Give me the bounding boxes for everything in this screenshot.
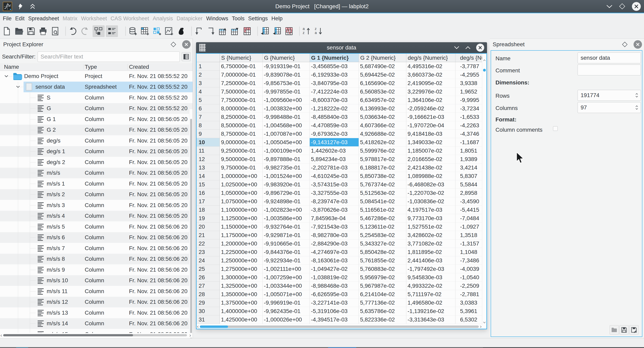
sheet-cell-r20c1[interactable]: 1,150000e+00 — [220, 223, 263, 231]
remove-rows-icon[interactable] — [243, 27, 252, 35]
sheet-cell-r12c3[interactable]: 5,894234e-03 — [310, 155, 359, 163]
sheet-cell-r25c3[interactable]: -1,049427e-02 — [310, 265, 359, 273]
sheet-cell-r3c5[interactable]: 2,419095e-02 — [406, 79, 456, 87]
sheet-cell-r27c2[interactable]: -1,003344e+00 — [263, 282, 310, 290]
sheet-cell-r5c3[interactable]: -8,600370e-03 — [310, 96, 359, 104]
tree-row-sensor-data[interactable]: sensor dataSpreadsheetFr. Nov. 21 08:55:… — [0, 82, 192, 92]
sheet-cell-r20c5[interactable]: 1,527551e-02 — [406, 223, 456, 231]
sheet-cell-r29c2[interactable]: -9,996919e-01 — [263, 299, 310, 307]
sheet-cell-r21c2[interactable]: -9,929871e-01 — [263, 231, 310, 239]
sheet-cell-r4c3[interactable]: -7,412224e-03 — [310, 87, 359, 96]
minimize-button[interactable] — [606, 4, 613, 8]
tree-row-m-s-s-3[interactable]: m/s/s 3ColumnFr. Nov. 21 08:56:05 2025 — [0, 200, 192, 211]
sheet-cell-r20c4[interactable]: 5,123611e-02 — [359, 223, 406, 231]
sheet-cell-r21c3[interactable]: -8,982780e-03 — [310, 231, 359, 239]
explorer-hscroll-thumb[interactable] — [3, 334, 133, 336]
menu-cas-worksheet[interactable]: CAS Worksheet — [109, 15, 151, 22]
tree-row-deg-s-1[interactable]: deg/s 1ColumnFr. Nov. 21 08:56:05 2025 — [0, 146, 192, 157]
sheet-cell-r6c5[interactable]: -2,059246e-02 — [406, 104, 456, 113]
sheet-column-header-0[interactable]: S {Numeric} — [220, 54, 263, 62]
sheet-cell-r31c1[interactable]: 1,425000e+00 — [220, 316, 263, 324]
sheet-cell-r9c6[interactable]: -4,3746 — [456, 130, 486, 138]
sheet-cell-r9c4[interactable]: 4,926688e-02 — [359, 130, 406, 138]
sheet-cell-r26c6[interactable]: -1,0540 — [456, 273, 486, 282]
sheet-cell-r28c1[interactable]: 1,350000e+00 — [220, 290, 263, 299]
sheet-row-header-14[interactable]: 14 — [196, 172, 220, 180]
new-document-icon[interactable] — [2, 27, 11, 35]
comment-field[interactable] — [578, 64, 641, 75]
sheet-cell-r1c1[interactable]: 6,750000e-01 — [220, 62, 263, 70]
sheet-cell-r20c6[interactable]: -1,0927 — [456, 223, 486, 231]
sheet-cell-r1c5[interactable]: 4,495316e-02 — [406, 62, 456, 70]
sheet-cell-r26c2[interactable]: -1,007259e+00 — [263, 273, 310, 282]
sheet-cell-r11c5[interactable]: 1,185007e-02 — [406, 147, 456, 155]
sheet-cell-r26c1[interactable]: 1,300000e+00 — [220, 273, 263, 282]
window-close-icon[interactable] — [476, 44, 484, 52]
sheet-cell-r8c6[interactable]: -4,2263 — [456, 121, 486, 130]
sheet-cell-r8c5[interactable]: -1,970720e-04 — [406, 121, 456, 130]
sheet-cell-r26c3[interactable]: -1,038819e-02 — [310, 273, 359, 282]
color-theme-icon[interactable] — [177, 27, 186, 35]
save-icon[interactable] — [26, 27, 36, 35]
explorer-vscroll-thumb[interactable] — [190, 119, 192, 348]
sheet-cell-r19c6[interactable]: -7,0484 — [456, 214, 486, 223]
sheet-row-header-21[interactable]: 21 — [196, 231, 220, 239]
tree-row-m-s-s-8[interactable]: m/s/s 8ColumnFr. Nov. 21 08:56:06 2025 — [0, 254, 192, 265]
sheet-column-header-5[interactable]: deg/s {Numeric} — [456, 54, 486, 62]
sheet-cell-r24c4[interactable]: 5,761855e-02 — [359, 256, 406, 265]
sheet-cell-r9c2[interactable]: -1,007087e+00 — [263, 130, 310, 138]
sheet-cell-r21c6[interactable]: 1,3518 — [456, 231, 486, 239]
sheet-cell-r23c6[interactable]: 1,1048 — [456, 248, 486, 256]
tree-row-m-s-s[interactable]: m/s/sColumnFr. Nov. 21 08:56:05 2025 — [0, 168, 192, 179]
tree-row-m-s-s-15[interactable]: m/s/s 15ColumnFr. Nov. 21 08:56:06 2025 — [0, 329, 192, 333]
tree-row-g-2[interactable]: G 2ColumnFr. Nov. 21 08:56:05 2025 — [0, 125, 192, 135]
new-live-datasource-icon[interactable] — [128, 27, 137, 35]
sheet-cell-r28c6[interactable]: -2,7881 — [456, 290, 486, 299]
tree-header-name[interactable]: Name — [0, 64, 84, 70]
sheet-cell-r14c1[interactable]: 1,000000e+00 — [220, 172, 263, 180]
undo-icon[interactable] — [68, 27, 77, 35]
sheet-cell-r25c4[interactable]: 5,760883e-02 — [359, 265, 406, 273]
spreadsheet-window-titlebar[interactable]: sensor data — [196, 42, 487, 53]
sheet-cell-r10c4[interactable]: 5,418262e-02 — [359, 138, 406, 147]
sheet-cell-r10c3[interactable]: -9,143127e-03 — [310, 138, 359, 147]
sheet-cell-r22c4[interactable]: 5,343327e-02 — [359, 239, 406, 248]
window-minimize-icon[interactable] — [454, 44, 460, 51]
sheet-cell-r7c3[interactable]: -8,485840e-03 — [310, 113, 359, 121]
sheet-cell-r8c3[interactable]: -4,470859e-03 — [310, 121, 359, 130]
tree-row-m-s-s-14[interactable]: m/s/s 14ColumnFr. Nov. 21 08:56:06 2025 — [0, 318, 192, 329]
sheet-cell-r15c3[interactable]: -3,574315e-03 — [310, 180, 359, 189]
sheet-cell-r30c2[interactable]: -9,962435e-01 — [263, 307, 310, 316]
sheet-cell-r7c2[interactable]: -9,998488e-01 — [263, 113, 310, 121]
sort-ascending-icon[interactable]: az — [302, 27, 311, 35]
scroll-up-arrow-icon[interactable] — [483, 59, 486, 61]
sheet-row-header-28[interactable]: 28 — [196, 290, 220, 299]
tree-row-deg-s-2[interactable]: deg/s 2ColumnFr. Nov. 21 08:56:05 2025 — [0, 157, 192, 168]
sheet-row-header-23[interactable]: 23 — [196, 248, 220, 256]
tree-header-type[interactable]: Type — [84, 64, 128, 70]
sheet-cell-r30c5[interactable]: -1,139216e-02 — [406, 307, 456, 316]
sheet-cell-r6c1[interactable]: 8,000000e-01 — [220, 104, 263, 113]
insert-rows-below-icon[interactable] — [231, 27, 240, 35]
sheet-cell-r16c4[interactable]: 5,512563e-02 — [359, 189, 406, 197]
filter-options-button[interactable] — [182, 52, 190, 61]
sheet-cell-r31c2[interactable]: -1,000026e+00 — [263, 316, 310, 324]
sheet-cell-r6c4[interactable]: 6,136993e-02 — [359, 104, 406, 113]
sheet-cell-r4c6[interactable]: 1,9652 — [456, 87, 486, 96]
sheet-cell-r25c5[interactable]: -1,797492e-03 — [406, 265, 456, 273]
sheet-cell-r22c1[interactable]: 1,200000e+00 — [220, 239, 263, 248]
sheet-cell-r8c1[interactable]: 8,500000e-01 — [220, 121, 263, 130]
sheet-row-header-5[interactable]: 5 — [196, 96, 220, 104]
insert-column-right-icon[interactable] — [206, 27, 215, 35]
sheet-cell-r11c2[interactable]: -1,000109e+00 — [263, 147, 310, 155]
scroll-down-arrow-icon[interactable] — [483, 322, 486, 324]
sheet-cell-r13c2[interactable]: -9,982735e-01 — [263, 163, 310, 172]
sheet-cell-r11c6[interactable]: 1,8051 — [456, 147, 486, 155]
explorer-horizontal-scrollbar[interactable]: ‹ › — [0, 333, 192, 338]
new-worksheet-icon[interactable] — [164, 27, 174, 35]
sheet-cell-r29c4[interactable]: 5,777136e-02 — [359, 299, 406, 307]
explorer-vertical-scrollbar[interactable] — [189, 109, 192, 348]
insert-rows-above-icon[interactable] — [218, 27, 228, 35]
sheet-cell-r31c4[interactable]: 5,822336e-02 — [359, 316, 406, 324]
sheet-cell-r28c4[interactable]: 6,214104e-02 — [359, 290, 406, 299]
